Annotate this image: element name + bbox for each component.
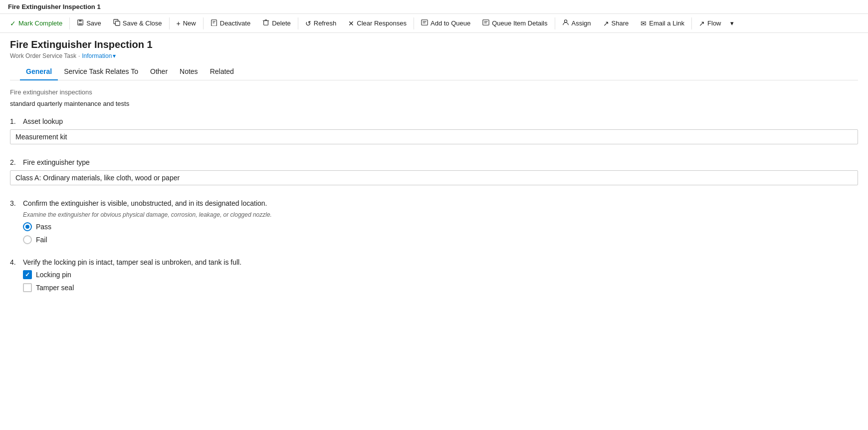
delete-icon	[262, 19, 269, 27]
save-close-icon	[113, 19, 120, 27]
question-3-hint: Examine the extinguisher for obvious phy…	[23, 211, 858, 218]
breadcrumb-separator: ·	[78, 52, 80, 59]
page-header: Fire Extinguisher Inspection 1 Work Orde…	[0, 33, 868, 80]
queue-details-icon	[482, 19, 489, 27]
deactivate-icon	[211, 19, 217, 27]
divider-7	[691, 17, 692, 29]
question-2: 2. Fire extinguisher type	[10, 158, 858, 185]
svg-rect-4	[115, 21, 120, 25]
flow-dropdown-button[interactable]: ▾	[727, 16, 737, 30]
assign-icon	[562, 19, 569, 27]
question-1-text: Asset lookup	[23, 117, 63, 125]
tab-service-task-relates-to[interactable]: Service Task Relates To	[58, 63, 144, 80]
delete-button[interactable]: Delete	[256, 16, 297, 30]
new-button[interactable]: + New	[171, 16, 202, 30]
mark-complete-button[interactable]: ✓ Mark Complete	[4, 16, 68, 30]
question-3-number: 3.	[10, 199, 20, 207]
divider-6	[555, 17, 555, 29]
clear-icon: ✕	[348, 19, 354, 27]
section-title: Fire extinguisher inspections	[10, 88, 858, 96]
tab-notes[interactable]: Notes	[174, 63, 204, 80]
breadcrumb-text: Work Order Service Task	[10, 52, 76, 59]
question-4-option-locking-pin[interactable]: Locking pin	[23, 270, 858, 279]
question-4-text: Verify the locking pin is intact, tamper…	[23, 258, 241, 266]
divider-2	[169, 17, 170, 29]
question-4-number: 4.	[10, 258, 20, 266]
radio-pass-indicator	[23, 222, 32, 231]
tab-bar: General Service Task Relates To Other No…	[10, 63, 858, 80]
share-icon: ↗	[603, 19, 609, 27]
checkbox-locking-pin-indicator	[23, 270, 32, 279]
question-3-text: Confirm the extinguisher is visible, uno…	[23, 199, 267, 207]
queue-item-details-button[interactable]: Queue Item Details	[476, 16, 553, 30]
section-description: standard quarterly maintenance and tests	[10, 100, 858, 107]
main-content: Fire extinguisher inspections standard q…	[0, 80, 868, 314]
question-1-number: 1.	[10, 117, 20, 125]
question-3-option-fail[interactable]: Fail	[23, 235, 858, 244]
radio-fail-label: Fail	[36, 236, 47, 244]
checkbox-tamper-seal-label: Tamper seal	[36, 284, 74, 292]
tab-other[interactable]: Other	[144, 63, 174, 80]
divider-5	[414, 17, 414, 29]
question-1-header: 1. Asset lookup	[10, 117, 858, 125]
question-2-text: Fire extinguisher type	[23, 158, 90, 166]
share-button[interactable]: ↗ Share	[597, 16, 635, 30]
tab-related[interactable]: Related	[204, 63, 240, 80]
save-close-button[interactable]: Save & Close	[107, 16, 168, 30]
svg-point-17	[564, 20, 567, 22]
page-title: Fire Extinguisher Inspection 1	[10, 39, 858, 50]
chevron-down-small-icon: ▾	[113, 52, 116, 59]
divider-3	[203, 17, 204, 29]
flow-button[interactable]: ↗ Flow	[693, 16, 727, 30]
refresh-button[interactable]: ↺ Refresh	[299, 16, 343, 30]
question-1: 1. Asset lookup	[10, 117, 858, 144]
checkbox-tamper-seal-indicator	[23, 283, 32, 292]
radio-fail-indicator	[23, 235, 32, 244]
page-subtitle: Work Order Service Task · Information ▾	[10, 52, 858, 59]
svg-rect-14	[483, 20, 489, 25]
question-3-radio-group: Pass Fail	[23, 222, 858, 244]
flow-icon: ↗	[699, 19, 705, 27]
toolbar: ✓ Mark Complete Save Save & Close + New …	[0, 14, 868, 33]
svg-rect-11	[422, 20, 428, 25]
refresh-icon: ↺	[305, 19, 311, 27]
divider-1	[69, 17, 70, 29]
svg-rect-8	[264, 21, 268, 25]
question-3-option-pass[interactable]: Pass	[23, 222, 858, 231]
svg-rect-10	[265, 20, 267, 21]
information-link[interactable]: Information ▾	[82, 52, 116, 59]
add-to-queue-button[interactable]: Add to Queue	[415, 16, 476, 30]
tab-general[interactable]: General	[20, 63, 58, 80]
queue-add-icon	[421, 19, 428, 27]
title-bar: Fire Extinguisher Inspection 1	[0, 0, 868, 14]
question-2-input[interactable]	[10, 170, 858, 185]
clear-responses-button[interactable]: ✕ Clear Responses	[342, 16, 413, 30]
deactivate-button[interactable]: Deactivate	[205, 16, 256, 30]
chevron-down-icon: ▾	[730, 19, 734, 27]
question-4-header: 4. Verify the locking pin is intact, tam…	[10, 258, 858, 266]
divider-4	[298, 17, 298, 29]
question-2-number: 2.	[10, 158, 20, 166]
checkbox-locking-pin-label: Locking pin	[36, 271, 71, 279]
question-3: 3. Confirm the extinguisher is visible, …	[10, 199, 858, 244]
window-title: Fire Extinguisher Inspection 1	[8, 3, 101, 10]
svg-rect-2	[79, 23, 82, 25]
save-button[interactable]: Save	[71, 16, 107, 30]
question-3-header: 3. Confirm the extinguisher is visible, …	[10, 199, 858, 207]
radio-pass-label: Pass	[36, 223, 51, 231]
question-2-header: 2. Fire extinguisher type	[10, 158, 858, 166]
email-icon: ✉	[641, 19, 647, 27]
save-icon	[77, 19, 84, 27]
checkmark-icon: ✓	[10, 19, 16, 27]
question-4: 4. Verify the locking pin is intact, tam…	[10, 258, 858, 292]
email-link-button[interactable]: ✉ Email a Link	[635, 16, 690, 30]
question-4-checkbox-group: Locking pin Tamper seal	[23, 270, 858, 292]
plus-icon: +	[177, 19, 181, 27]
assign-button[interactable]: Assign	[556, 16, 597, 30]
svg-rect-1	[79, 20, 82, 22]
question-1-input[interactable]	[10, 129, 858, 144]
question-4-option-tamper-seal[interactable]: Tamper seal	[23, 283, 858, 292]
